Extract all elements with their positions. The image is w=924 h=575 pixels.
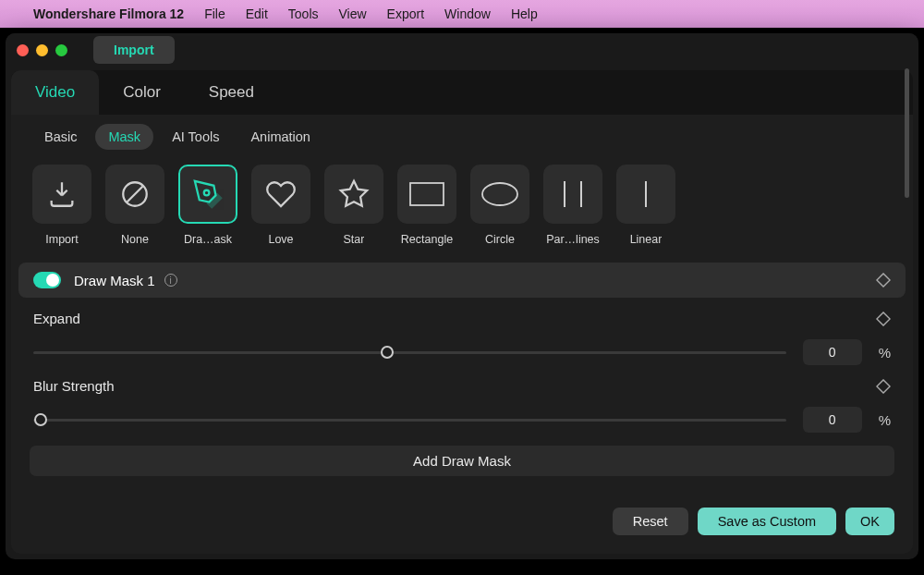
linear-icon (631, 177, 661, 211)
subtab-animation[interactable]: Animation (237, 124, 322, 150)
scrollbar[interactable] (905, 68, 909, 420)
add-draw-mask-button[interactable]: Add Draw Mask (30, 446, 894, 476)
blur-unit: % (879, 412, 891, 428)
mask-label: None (121, 233, 149, 246)
footer-buttons: Reset Save as Custom OK (11, 476, 913, 541)
mask-label: Rectangle (401, 233, 453, 246)
import-icon (46, 178, 78, 210)
menu-export[interactable]: Export (387, 6, 424, 21)
svg-rect-10 (877, 312, 890, 324)
menu-file[interactable]: File (204, 6, 225, 21)
titlebar: Import (6, 33, 918, 67)
app-name[interactable]: Wondershare Filmora 12 (33, 6, 184, 21)
ellipse-icon (480, 180, 519, 208)
svg-rect-11 (877, 379, 890, 392)
blur-slider[interactable] (33, 419, 786, 422)
info-icon[interactable]: i (164, 274, 177, 287)
expand-label: Expand (33, 311, 80, 326)
mask-label: Love (268, 233, 293, 246)
mask-label: Par…lines (546, 233, 600, 246)
mask-shape-linear[interactable] (616, 165, 675, 224)
menu-edit[interactable]: Edit (246, 6, 268, 21)
svg-rect-4 (410, 183, 444, 205)
top-tabs: Video Color Speed (11, 70, 913, 115)
draw-mask-toggle[interactable] (33, 272, 61, 288)
app-window: Import Video Color Speed Basic Mask AI T… (6, 33, 918, 559)
subtab-basic[interactable]: Basic (31, 124, 90, 150)
mask-shape-star[interactable] (324, 165, 383, 224)
star-icon (338, 178, 370, 210)
mask-shape-row: Import None Dra…ask Love Star (11, 155, 913, 263)
expand-slider[interactable] (33, 351, 786, 354)
svg-marker-3 (341, 181, 367, 206)
mask-settings-panel: Draw Mask 1 i Expand 0 % (11, 263, 913, 554)
blur-slider-handle[interactable] (34, 413, 47, 426)
blur-strength-label: Blur Strength (33, 378, 115, 394)
menu-view[interactable]: View (339, 6, 367, 21)
svg-point-2 (204, 190, 210, 196)
tab-speed[interactable]: Speed (185, 70, 278, 115)
window-close-button[interactable] (17, 44, 29, 56)
window-minimize-button[interactable] (36, 44, 48, 56)
expand-control: Expand 0 % (11, 298, 913, 365)
mask-shape-parallel-lines[interactable] (543, 165, 602, 224)
expand-value-input[interactable]: 0 (803, 339, 862, 365)
window-maximize-button[interactable] (55, 44, 67, 56)
menu-tools[interactable]: Tools (288, 6, 319, 21)
mask-shape-circle[interactable] (470, 165, 529, 224)
mask-label: Circle (485, 233, 515, 246)
parallel-lines-icon (553, 177, 592, 211)
pen-tool-icon (192, 178, 224, 210)
sub-tabs: Basic Mask AI Tools Animation (11, 115, 913, 155)
draw-mask-section-header[interactable]: Draw Mask 1 i (18, 263, 906, 298)
save-as-custom-button[interactable]: Save as Custom (698, 508, 836, 535)
blur-keyframe-icon[interactable] (876, 379, 891, 394)
menu-window[interactable]: Window (444, 6, 491, 21)
mask-shape-rectangle[interactable] (397, 165, 456, 224)
mask-shape-none[interactable] (105, 165, 164, 224)
keyframe-diamond-icon[interactable] (876, 273, 891, 288)
mask-shape-love[interactable] (251, 165, 310, 224)
tab-video[interactable]: Video (11, 70, 99, 115)
mask-label: Linear (630, 233, 663, 246)
reset-button[interactable]: Reset (613, 508, 688, 535)
mask-label: Import (45, 233, 78, 246)
blur-value-input[interactable]: 0 (803, 407, 862, 433)
expand-slider-handle[interactable] (381, 346, 394, 359)
ok-button[interactable]: OK (845, 508, 894, 535)
subtab-mask[interactable]: Mask (95, 124, 153, 150)
macos-menubar: Wondershare Filmora 12 File Edit Tools V… (0, 0, 924, 28)
section-title: Draw Mask 1 (74, 273, 155, 288)
mask-label: Star (344, 233, 365, 246)
tab-color[interactable]: Color (99, 70, 185, 115)
menu-help[interactable]: Help (511, 6, 538, 21)
blur-strength-control: Blur Strength 0 % (11, 365, 913, 433)
svg-rect-9 (877, 274, 890, 287)
none-icon (119, 178, 151, 210)
svg-point-5 (482, 183, 517, 205)
mask-label: Dra…ask (184, 233, 232, 246)
import-button[interactable]: Import (93, 36, 175, 64)
mask-shape-import[interactable] (32, 165, 91, 224)
expand-keyframe-icon[interactable] (876, 312, 891, 326)
subtab-ai-tools[interactable]: AI Tools (159, 124, 232, 150)
heart-icon (264, 178, 298, 210)
mask-shape-draw-mask[interactable] (178, 165, 237, 224)
svg-line-1 (128, 187, 143, 202)
rectangle-icon (408, 181, 445, 207)
expand-unit: % (879, 345, 891, 361)
